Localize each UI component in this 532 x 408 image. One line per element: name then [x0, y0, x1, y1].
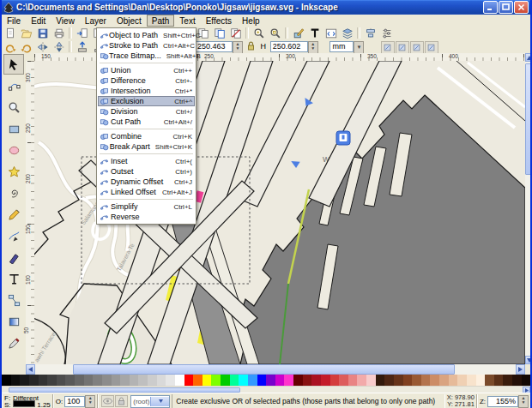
unit-dropdown-arrow-icon[interactable]: ▼	[354, 41, 364, 54]
palette-swatch[interactable]	[348, 375, 358, 386]
tool-gradient[interactable]	[3, 311, 24, 332]
tool-dropper[interactable]	[3, 333, 24, 353]
palette-swatch[interactable]	[330, 375, 340, 386]
tool-select[interactable]	[3, 54, 24, 75]
tool-star[interactable]	[3, 161, 24, 182]
scroll-left-icon[interactable]	[26, 364, 35, 375]
palette-swatch[interactable]	[230, 375, 239, 386]
title-bar[interactable]: C:\Documents and Settings\Dan\Desktop\Po…	[2, 0, 530, 15]
menu-item-combine[interactable]: CombineCtrl+K	[98, 131, 195, 141]
palette-swatch[interactable]	[84, 375, 94, 386]
palette-swatch[interactable]	[503, 375, 512, 386]
affect-corners-toggle[interactable]	[396, 41, 409, 54]
scroll-right-icon[interactable]	[516, 364, 525, 375]
preferences-button[interactable]	[378, 27, 395, 39]
palette-swatch[interactable]	[457, 375, 467, 386]
zoom-page-button[interactable]	[267, 27, 283, 39]
horizontal-scrollbar[interactable]	[26, 364, 525, 375]
zoom-selection-button[interactable]	[251, 27, 267, 39]
palette-swatch[interactable]	[366, 375, 376, 386]
palette-swatch[interactable]	[376, 375, 385, 386]
rotate-ccw-button[interactable]	[2, 40, 18, 53]
palette-swatch[interactable]	[266, 375, 275, 386]
palette-swatch[interactable]	[303, 375, 312, 386]
rotate-cw-button[interactable]	[18, 40, 34, 53]
palette-swatch[interactable]	[157, 375, 166, 386]
tool-connector[interactable]	[3, 290, 24, 310]
zoom-field[interactable]: 155%	[487, 396, 518, 407]
import-button[interactable]	[74, 27, 90, 39]
palette-swatch[interactable]	[65, 375, 75, 386]
scroll-down-icon[interactable]	[525, 356, 532, 364]
palette-swatch[interactable]	[394, 375, 403, 386]
palette-swatch[interactable]	[130, 375, 139, 386]
palette-swatch[interactable]	[384, 375, 394, 386]
menu-item-dynamic-offset[interactable]: Dynamic OffsetCtrl+J	[98, 177, 195, 187]
palette-swatch[interactable]	[412, 375, 421, 386]
width-spinner[interactable]: ▲▼	[233, 41, 243, 54]
palette-swatch[interactable]	[512, 375, 522, 386]
palette-swatch[interactable]	[112, 375, 121, 386]
maximize-button[interactable]	[499, 1, 513, 14]
menu-file[interactable]: File	[2, 15, 26, 27]
menu-item-object-to-path[interactable]: Object to PathShift+Ctrl+C	[98, 30, 195, 40]
palette-swatch[interactable]	[166, 375, 175, 386]
tool-node[interactable]	[3, 75, 24, 96]
palette-swatch[interactable]	[47, 375, 57, 386]
affect-gradients-toggle[interactable]	[410, 41, 424, 54]
unit-select[interactable]: mm	[329, 41, 354, 52]
menu-view[interactable]: View	[51, 15, 80, 27]
tool-calligraphy[interactable]	[3, 247, 24, 267]
layer-selector[interactable]: (root)	[130, 395, 170, 408]
close-button[interactable]	[514, 1, 529, 14]
palette-swatch[interactable]	[20, 375, 29, 386]
print-button[interactable]	[51, 27, 67, 39]
palette-swatch[interactable]	[275, 375, 285, 386]
palette-swatch[interactable]	[430, 375, 439, 386]
flip-horizontal-button[interactable]	[34, 40, 51, 53]
fill-stroke-button[interactable]	[290, 27, 306, 39]
palette-swatch[interactable]	[239, 375, 248, 386]
tool-pen[interactable]	[3, 225, 24, 246]
menu-item-break-apart[interactable]: Break ApartShift+Ctrl+K	[98, 141, 195, 152]
menu-item-cut-path[interactable]: Cut PathCtrl+Alt+/	[98, 117, 195, 127]
menu-item-trace-bitmap[interactable]: Trace Bitmap...Shift+Alt+B	[98, 51, 195, 61]
layers-dialog-button[interactable]	[339, 27, 355, 39]
palette-swatch[interactable]	[449, 375, 458, 386]
palette-swatch[interactable]	[357, 375, 366, 386]
affect-patterns-toggle[interactable]	[425, 41, 438, 54]
layer-visibility-toggle[interactable]	[101, 395, 114, 407]
text-dialog-button[interactable]	[306, 27, 323, 39]
palette-swatch[interactable]	[2, 375, 11, 386]
affect-stroke-toggle[interactable]	[381, 41, 395, 54]
palette-swatch[interactable]	[203, 375, 212, 386]
palette-swatch[interactable]	[102, 375, 112, 386]
menu-item-division[interactable]: DivisionCtrl+/	[98, 106, 195, 117]
palette-swatch[interactable]	[175, 375, 184, 386]
tool-zoom[interactable]	[3, 97, 24, 117]
palette-swatch[interactable]	[421, 375, 431, 386]
palette-swatch[interactable]	[257, 375, 267, 386]
palette-swatch[interactable]	[284, 375, 293, 386]
palette-swatch[interactable]	[467, 375, 476, 386]
xml-editor-button[interactable]	[323, 27, 339, 39]
palette-swatch[interactable]	[339, 375, 348, 386]
palette-swatch[interactable]	[148, 375, 157, 386]
menu-edit[interactable]: Edit	[26, 15, 51, 27]
hscroll-thumb[interactable]	[73, 364, 455, 375]
menu-item-union[interactable]: UnionCtrl++	[98, 65, 195, 75]
fill-stroke-indicator[interactable]: F: Different S: 1.25	[2, 394, 53, 408]
menu-item-outset[interactable]: OutsetCtrl+)	[98, 166, 195, 177]
palette-swatch[interactable]	[120, 375, 130, 386]
palette-swatch[interactable]	[57, 375, 66, 386]
palette-swatch[interactable]	[11, 375, 21, 386]
height-spinner[interactable]: ▲▼	[308, 41, 318, 54]
height-field[interactable]: 250.602	[270, 41, 308, 52]
vscroll-thumb[interactable]	[525, 63, 532, 175]
menu-text[interactable]: Text	[174, 15, 200, 27]
menu-layer[interactable]: Layer	[80, 15, 112, 27]
palette-swatch[interactable]	[311, 375, 321, 386]
unlink-clone-button[interactable]	[227, 27, 244, 39]
open-button[interactable]	[18, 27, 34, 39]
raise-to-top-button[interactable]	[74, 40, 90, 53]
